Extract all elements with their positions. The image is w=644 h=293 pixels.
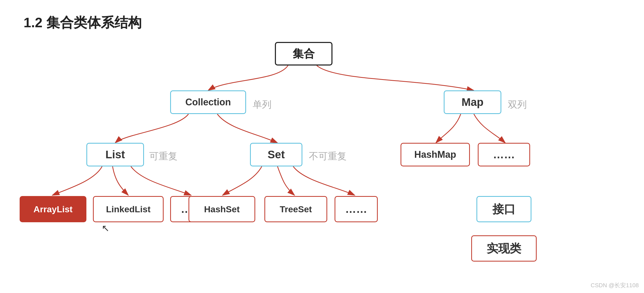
node-hashmap: HashMap [401,143,470,166]
page-container: 1.2 集合类体系结构 集合 Collection 单列 Map 双列 List… [0,0,644,293]
label-no-repeat: 不可重复 [309,150,347,163]
node-list: List [86,143,144,166]
legend-impl-box: 实现类 [471,235,537,262]
node-linkedlist: LinkedList [93,196,164,222]
node-collection: Collection [170,90,246,114]
page-title: 1.2 集合类体系结构 [24,14,142,32]
node-treeset: TreeSet [264,196,327,222]
node-dotdot-map: …… [478,143,530,166]
node-arraylist: ArrayList [20,196,86,222]
node-set: Set [250,143,302,166]
legend-interface-box: 接口 [476,196,531,222]
node-jihe: 集合 [275,42,332,66]
label-double: 双列 [508,98,527,111]
node-map: Map [444,90,501,114]
cursor: ↖ [102,223,109,234]
watermark: CSDN @长安1108 [591,281,639,289]
label-single: 单列 [253,98,271,111]
node-dotdot-set: …… [335,196,378,222]
label-repeatable: 可重复 [149,150,177,163]
node-hashset: HashSet [188,196,255,222]
